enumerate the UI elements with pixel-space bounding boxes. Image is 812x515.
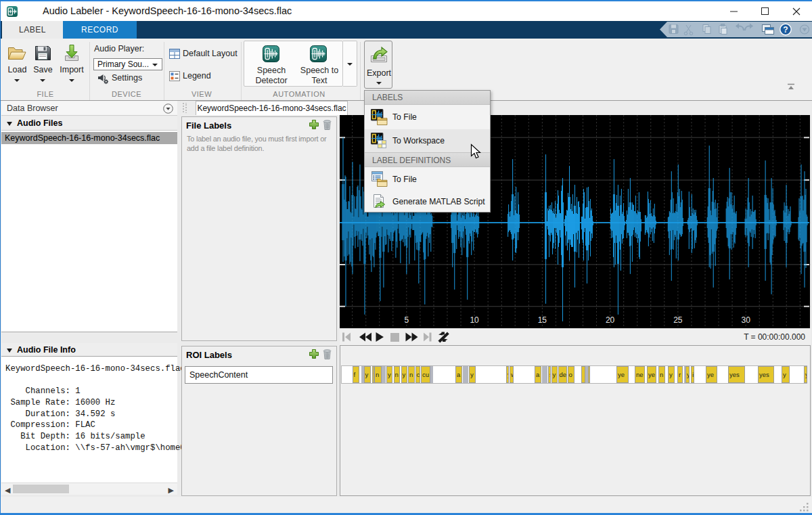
svg-text:25: 25 [673,315,683,325]
svg-text:30: 30 [741,315,750,325]
svg-text:10: 10 [470,315,479,325]
svg-text:20: 20 [606,315,615,325]
svg-text:?: ? [783,25,788,35]
svg-text:15: 15 [538,315,547,325]
svg-text:5: 5 [405,315,409,325]
